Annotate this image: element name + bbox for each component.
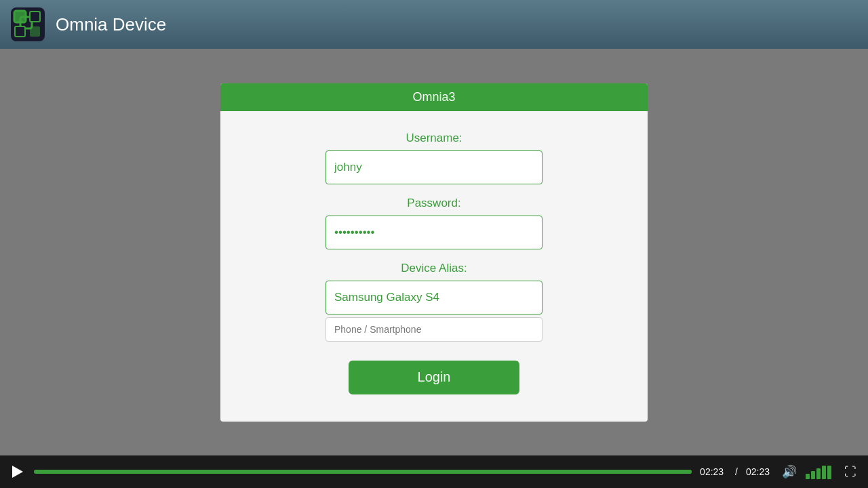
card-body: Username: Password: Device Alias: Login [220,111,648,422]
main-content: Omnia3 Username: Password: Device Alias:… [0,49,868,455]
card-header: Omnia3 [220,83,648,111]
login-button[interactable]: Login [349,361,519,394]
volume-bars [806,464,831,479]
svg-rect-4 [15,12,25,22]
username-input[interactable] [326,150,542,184]
card-title: Omnia3 [412,90,455,104]
app-header: Omnia Device [0,0,868,49]
username-label: Username: [275,131,593,145]
login-card: Omnia3 Username: Password: Device Alias:… [220,83,648,422]
device-type-input[interactable] [326,317,542,342]
device-alias-input[interactable] [326,281,542,314]
password-label: Password: [275,197,593,210]
play-icon [12,466,23,478]
play-button[interactable] [9,464,26,480]
volume-icon: 🔊 [782,464,797,479]
device-alias-label: Device Alias: [275,262,593,275]
volume-button[interactable]: 🔊 [781,464,797,480]
vol-bar-5 [827,466,831,479]
app-title: Omnia Device [56,14,166,35]
svg-rect-5 [30,12,40,22]
password-input[interactable] [326,216,542,249]
time-total: 02:23 [746,466,773,477]
time-separator: / [735,466,738,477]
vol-bar-3 [816,468,821,479]
fullscreen-button[interactable]: ⛶ [842,464,859,480]
svg-rect-7 [30,26,40,37]
time-current: 02:23 [700,466,727,477]
vol-bar-1 [806,474,810,479]
vol-bar-4 [822,466,826,479]
vol-bar-2 [811,471,815,479]
svg-rect-6 [15,26,25,37]
app-logo [11,7,45,41]
progress-bar[interactable] [34,470,692,474]
progress-fill [34,470,692,474]
player-bar: 02:23 / 02:23 🔊 ⛶ [0,455,868,488]
fullscreen-icon: ⛶ [844,465,856,479]
